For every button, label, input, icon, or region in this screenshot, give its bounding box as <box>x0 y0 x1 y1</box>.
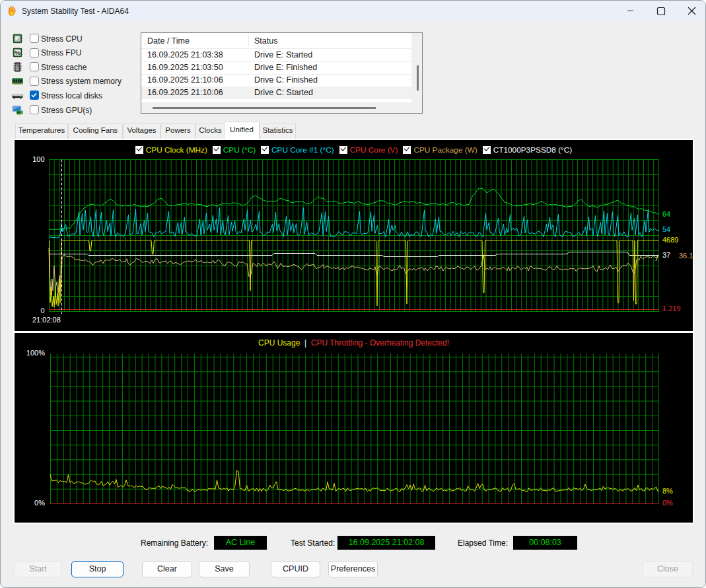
svg-text:%: % <box>15 49 20 56</box>
